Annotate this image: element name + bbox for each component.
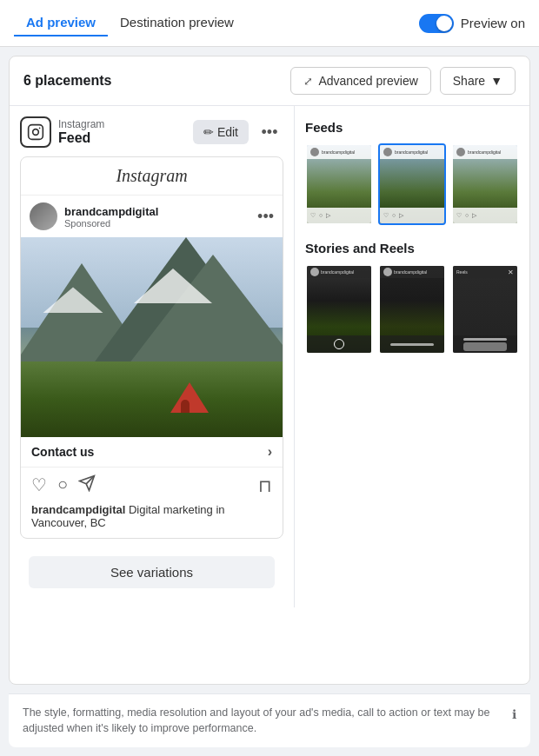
tab-ad-preview[interactable]: Ad preview	[14, 10, 108, 36]
story-thumb-2-img: brandcampdigital	[380, 266, 444, 353]
nav-tabs: Ad preview Destination preview	[14, 10, 246, 36]
comment-icon[interactable]: ○	[57, 474, 68, 496]
sponsored-label: Sponsored	[64, 218, 257, 229]
post-more-icon[interactable]: •••	[257, 208, 274, 226]
bookmark-icon[interactable]: ⊓	[258, 475, 272, 496]
caption-username: brandcampdigital	[31, 503, 125, 516]
placement-info: Instagram Feed	[58, 118, 186, 146]
action-icons: ♡ ○ ⊓	[21, 468, 283, 500]
cta-label: Contact us	[31, 445, 94, 459]
feed-thumb-1[interactable]: brandcampdigital ♡○▷	[305, 143, 373, 225]
footer-note: The style, formatting, media resolution …	[9, 693, 530, 748]
share-button[interactable]: Share ▼	[440, 67, 516, 95]
footer-text: The style, formatting, media resolution …	[23, 705, 507, 738]
toolbar: 6 placements ⤢ Advanced preview Share ▼	[10, 56, 529, 106]
instagram-logo-icon	[20, 116, 51, 148]
top-nav: Ad preview Destination preview Preview o…	[0, 0, 539, 47]
action-icons-left: ♡ ○	[31, 474, 96, 496]
account-info: brandcampdigital Sponsored	[64, 205, 257, 229]
feed-thumb-3[interactable]: brandcampdigital ♡○▷	[451, 143, 519, 225]
cta-bar[interactable]: Contact us ›	[21, 437, 283, 468]
feed-thumb-2[interactable]: brandcampdigital ♡○▷	[378, 143, 446, 225]
more-dots-icon: •••	[262, 123, 278, 142]
share-label: Share	[453, 74, 485, 88]
preview-on-label: Preview on	[461, 16, 525, 30]
story-thumb-1[interactable]: brandcampdigital	[305, 264, 373, 355]
ig-username: brandcampdigital	[64, 205, 257, 218]
advanced-preview-label: Advanced preview	[318, 74, 417, 88]
feed-thumb-2-img: brandcampdigital ♡○▷	[380, 145, 444, 223]
edit-pencil-icon: ✏	[203, 125, 214, 139]
share-icon[interactable]	[78, 474, 96, 496]
main-card: 6 placements ⤢ Advanced preview Share ▼	[9, 56, 530, 685]
reels-thumb-img: Reels ✕	[453, 266, 517, 353]
feed-thumb-3-img: brandcampdigital ♡○▷	[453, 145, 517, 223]
two-column-layout: Instagram Feed ✏ Edit ••• Instagram bran…	[10, 106, 529, 607]
toolbar-right: ⤢ Advanced preview Share ▼	[290, 67, 516, 95]
story-thumb-2[interactable]: brandcampdigital	[378, 264, 446, 355]
ig-post-header: brandcampdigital Sponsored •••	[21, 196, 283, 237]
ig-caption: brandcampdigital Digital marketing in Va…	[21, 500, 283, 538]
story-thumb-1-img: brandcampdigital	[307, 266, 371, 353]
avatar	[30, 202, 57, 230]
share-chevron-icon: ▼	[490, 74, 502, 88]
stories-section-title: Stories and Reels	[305, 241, 519, 255]
see-variations-section: See variations	[20, 547, 283, 597]
right-column: Feeds brandcampdigital ♡○▷	[295, 106, 529, 607]
edit-label: Edit	[217, 125, 238, 139]
placement-platform: Instagram	[58, 118, 186, 130]
phone-frame: Instagram brandcampdigital Sponsored •••	[20, 156, 283, 539]
info-icon: ℹ	[512, 706, 516, 724]
preview-on-row: Preview on	[419, 14, 525, 33]
feeds-thumbnails: brandcampdigital ♡○▷ bra	[305, 143, 519, 225]
expand-icon: ⤢	[303, 75, 313, 88]
svg-point-2	[39, 128, 41, 129]
ig-header: Instagram	[21, 157, 283, 196]
stories-thumbnails: brandcampdigital brandcampdigital	[305, 264, 519, 355]
advanced-preview-button[interactable]: ⤢ Advanced preview	[290, 67, 430, 95]
post-image	[21, 237, 283, 437]
like-icon[interactable]: ♡	[31, 474, 47, 496]
see-variations-button[interactable]: See variations	[29, 556, 275, 588]
placement-type: Feed	[58, 130, 186, 146]
feed-thumb-1-img: brandcampdigital ♡○▷	[307, 145, 371, 223]
placement-header: Instagram Feed ✏ Edit •••	[20, 116, 283, 148]
cta-chevron-icon: ›	[268, 444, 272, 460]
more-options-button[interactable]: •••	[256, 118, 283, 146]
reels-thumb[interactable]: Reels ✕	[451, 264, 519, 355]
edit-button[interactable]: ✏ Edit	[193, 120, 249, 144]
tab-destination-preview[interactable]: Destination preview	[108, 10, 246, 36]
svg-point-1	[33, 129, 39, 136]
placements-count: 6 placements	[23, 73, 111, 89]
svg-rect-0	[29, 125, 43, 140]
preview-toggle[interactable]	[419, 14, 454, 33]
left-column: Instagram Feed ✏ Edit ••• Instagram bran…	[10, 106, 295, 607]
feeds-section-title: Feeds	[305, 120, 519, 135]
